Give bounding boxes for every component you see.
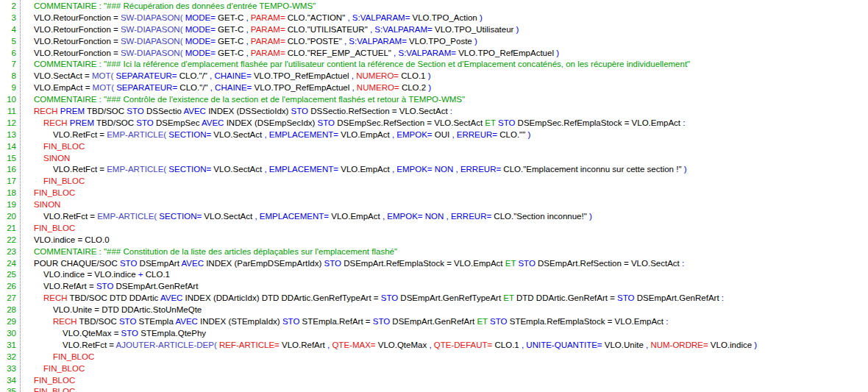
code-token: VLO.RetourFonction = — [34, 25, 121, 34]
code-line[interactable]: 25VLO.indice = VLO.indice + CLO.1 — [0, 269, 868, 281]
code-token: STO — [291, 107, 311, 115]
code-token: PREM — [60, 107, 87, 115]
code-token: VLO.EmpAct — [341, 130, 392, 139]
code-token: , CHAINE= — [210, 71, 254, 80]
code-token: DSSectio — [146, 107, 184, 115]
code-token: FIN_BLOC — [34, 224, 75, 232]
code-line[interactable]: 17FIN_BLOC — [0, 176, 868, 188]
code-text: RECH PREM TBD/SOC STO DSEmpSec AVEC INDE… — [0, 118, 868, 129]
code-token: DSEmpArt.GenRefArt — [392, 317, 477, 326]
code-text: VLO.RetourFonction = SW-DIAPASON( MODE= … — [0, 24, 868, 36]
code-line[interactable]: 28VLO.Unite = DTD DDArtic.StoUnMeQte — [0, 304, 868, 316]
code-token: ET — [503, 293, 516, 302]
code-token: ) — [428, 83, 431, 92]
code-token: EMP-ARTICLE( — [107, 165, 168, 174]
code-token: STO — [119, 317, 139, 326]
code-token: MODE= — [185, 13, 218, 22]
code-line[interactable]: 34FIN_BLOC — [0, 375, 868, 387]
code-token: MODE= — [185, 25, 218, 34]
code-line[interactable]: 15SINON — [0, 153, 868, 165]
code-token: , EMPLACEMENT= — [264, 165, 341, 174]
code-token: PARAM= — [251, 37, 288, 46]
code-token: VLO.Unite — [605, 341, 646, 349]
code-line[interactable]: 14FIN_BLOC — [0, 141, 868, 153]
code-token: RECH — [43, 118, 70, 127]
code-token: VLO.SectAct — [213, 165, 264, 174]
code-token: INDEX (STEmplaIdx) — [200, 317, 282, 326]
code-token: MODE= — [185, 49, 218, 57]
code-token: , CHAINE= — [210, 83, 255, 92]
code-line[interactable]: 27RECH TBD/SOC DTD DDArtic AVEC INDEX (D… — [0, 293, 868, 304]
code-text: FIN_BLOC — [0, 386, 868, 392]
code-line[interactable]: 35FIN_BLOC — [0, 386, 868, 392]
code-token: STO — [96, 282, 116, 291]
code-line[interactable]: 2COMMENTAIRE : "### Récupération des don… — [0, 1, 868, 13]
code-text: FIN_BLOC — [0, 141, 868, 153]
code-token: INDEX (DDArticIdx) DTD DDArtic.GenRefTyp… — [185, 293, 381, 302]
code-token: ET — [505, 259, 519, 268]
code-token: : — [683, 118, 685, 127]
code-token: , S:VALPARAM= — [370, 25, 435, 34]
code-token: MOT( — [92, 71, 116, 80]
code-line[interactable]: 3VLO.RetourFonction = SW-DIAPASON( MODE=… — [0, 13, 868, 24]
code-token: ) — [516, 25, 519, 34]
code-line[interactable]: 7COMMENTAIRE : "### Ici la référence d'e… — [0, 59, 868, 71]
line-number: 3 — [0, 13, 16, 24]
code-line[interactable]: 20VLO.RetFct = EMP-ARTICLE( SECTION= VLO… — [0, 211, 868, 223]
line-number: 6 — [0, 48, 16, 60]
code-token: VLO.EmpAct = — [34, 83, 93, 92]
code-line[interactable]: 23COMMENTAIRE : "### Constitution de la … — [0, 246, 868, 258]
code-line[interactable]: 6VLO.RetourFonction = SW-DIAPASON( MODE=… — [0, 48, 868, 60]
code-text: COMMENTAIRE : "### Constitution de la li… — [0, 246, 868, 258]
line-number: 14 — [0, 141, 16, 153]
code-line[interactable]: 32FIN_BLOC — [0, 352, 868, 363]
code-token: , ERREUR= — [452, 130, 499, 139]
code-token: VLO.indice — [711, 341, 754, 349]
code-token: DSEmpArt.GenRefArt — [116, 282, 199, 291]
code-line[interactable]: 29RECH TBD/SOC STO STEmpla AVEC INDEX (S… — [0, 316, 868, 328]
code-line[interactable]: 9VLO.EmpAct = MOT( SEPARATEUR= CLO."/" ,… — [0, 82, 868, 94]
code-line[interactable]: 19SINON — [0, 199, 868, 211]
code-token: PREM — [70, 118, 96, 127]
code-line[interactable]: 21FIN_BLOC — [0, 223, 868, 235]
code-line[interactable]: 12RECH PREM TBD/SOC STO DSEmpSec AVEC IN… — [0, 118, 868, 129]
code-token: SECTION= — [168, 130, 213, 139]
code-token: STO — [121, 329, 141, 338]
code-token: VLO.RetFct = — [43, 212, 97, 221]
code-token: SW-DIAPASON( — [121, 25, 185, 34]
code-line[interactable]: 8VLO.SectAct = MOT( SEPARATEUR= CLO."/" … — [0, 71, 868, 82]
code-token: , EMPOK= NON , ERREUR= — [392, 165, 503, 174]
code-text: VLO.RefArt = STO DSEmpArt.GenRefArt — [0, 281, 868, 293]
code-token: SEPARATEUR= — [116, 71, 179, 80]
code-line[interactable]: 18FIN_BLOC — [0, 188, 868, 199]
code-line[interactable]: 4VLO.RetourFonction = SW-DIAPASON( MODE=… — [0, 24, 868, 36]
code-token: STO — [136, 118, 156, 127]
code-line[interactable]: 16VLO.RetFct = EMP-ARTICLE( SECTION= VLO… — [0, 164, 868, 176]
code-line[interactable]: 5VLO.RetourFonction = SW-DIAPASON( MODE=… — [0, 36, 868, 48]
code-line[interactable]: 26VLO.RefArt = STO DSEmpArt.GenRefArt — [0, 281, 868, 293]
code-token: VLO.QteMax = — [63, 329, 121, 338]
code-token: DSEmpArt — [140, 259, 182, 268]
code-line[interactable]: 24POUR CHAQUE/SOC STO DSEmpArt AVEC INDE… — [0, 258, 868, 270]
code-token: STEmpla.RefEmplaStock = VLO.EmpAct — [510, 317, 666, 326]
code-token: ) — [684, 165, 687, 174]
code-token: DSEmpArt.GenRefArt — [637, 293, 722, 302]
code-line[interactable]: 22VLO.indice = CLO.0 — [0, 235, 868, 246]
line-number: 30 — [0, 328, 16, 340]
code-line[interactable]: 31VLO.RetFct = AJOUTER-ARTICLE-DEP( REF-… — [0, 340, 868, 352]
code-token: ) — [556, 49, 559, 57]
code-token: CLO.2 — [402, 83, 428, 92]
code-line[interactable]: 13VLO.RetFct = EMP-ARTICLE( SECTION= VLO… — [0, 129, 868, 141]
code-token: CLO."REF_EMP_ACTUEL" — [288, 49, 394, 57]
code-token: GET-C — [218, 25, 246, 34]
code-line[interactable]: 33FIN_BLOC — [0, 363, 868, 375]
code-token: AVEC — [181, 259, 206, 268]
code-token: , S:VALPARAM= — [394, 49, 458, 57]
code-line[interactable]: 11RECH PREM TBD/SOC STO DSSectio AVEC IN… — [0, 106, 868, 118]
code-token: INDEX (ParEmpDSEmpArtIdx) — [206, 259, 324, 268]
code-line[interactable]: 10COMMENTAIRE : "### Contrôle de l'exist… — [0, 94, 868, 106]
code-token: CLO."POSTE" — [288, 37, 344, 46]
code-token: VLO.TPO_Poste — [409, 37, 474, 46]
line-number: 19 — [0, 199, 16, 211]
code-line[interactable]: 30VLO.QteMax = STO STEmpla.QtePhy — [0, 328, 868, 340]
